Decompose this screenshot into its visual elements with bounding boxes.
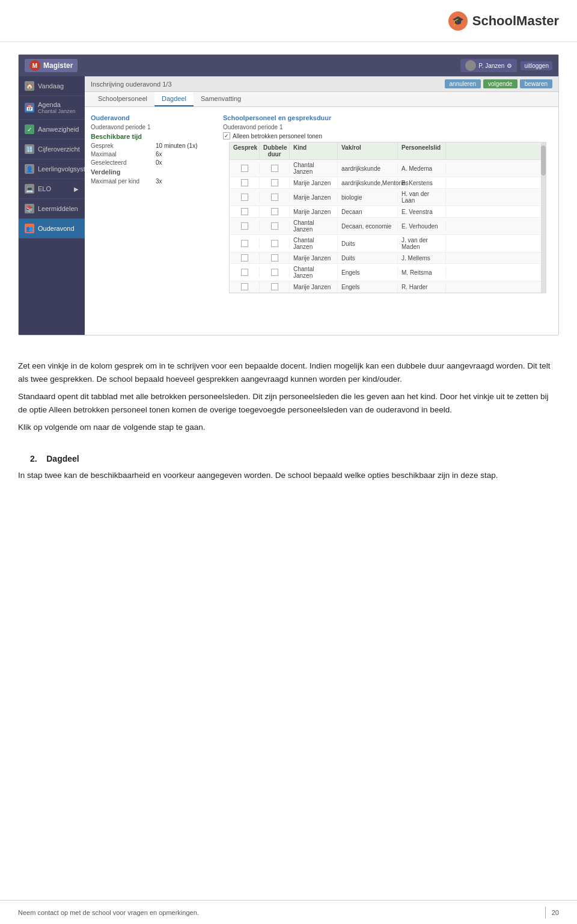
td-gesprek-7[interactable] xyxy=(230,252,260,263)
dubbel-checkbox-3[interactable] xyxy=(271,194,278,201)
sidebar-item-leerling[interactable]: 👤 Leerlingvolgsysteem xyxy=(19,159,85,179)
td-gesprek-5[interactable] xyxy=(230,221,260,231)
magister-topbar: M Magister P. Janzen ⚙ uitloggen xyxy=(19,55,558,76)
elo-icon: 💻 xyxy=(25,184,34,194)
td-gesprek-8[interactable] xyxy=(230,267,260,278)
annuleren-button[interactable]: annuleren xyxy=(445,79,481,88)
td-gesprek-4[interactable] xyxy=(230,206,260,217)
breadcrumb-text: Inschrijving ouderavond 1/3 xyxy=(91,81,172,88)
td-personeel-5: E. Verhouden xyxy=(398,221,446,231)
td-personeel-1: A. Medema xyxy=(398,164,446,174)
magister-main: 🏠 Vandaag 📅 Agenda Chantal Janzen ✓ Aanw… xyxy=(19,76,558,335)
check-icon: ✓ xyxy=(25,124,34,134)
dubbel-checkbox-2[interactable] xyxy=(271,179,278,186)
gesprek-checkbox-1[interactable] xyxy=(241,165,248,172)
user-avatar xyxy=(465,60,476,71)
table-row: Chantal Janzen Decaan, economie E. Verho… xyxy=(230,218,546,235)
scroll-thumb xyxy=(541,145,546,176)
max-per-kind-label: Maximaal per kind xyxy=(91,178,151,185)
magister-actions: P. Janzen ⚙ uitloggen xyxy=(460,59,552,72)
table-row: Marije Janzen Duits J. Mellems xyxy=(230,252,546,264)
period-right-row: Ouderavond periode 1 xyxy=(223,124,552,130)
max-per-kind-value: 3x xyxy=(156,178,162,185)
sidebar-label-leermiddelen: Leermiddelen xyxy=(38,205,78,212)
td-kind-4: Marije Janzen xyxy=(290,207,338,217)
dubbel-checkbox-9[interactable] xyxy=(271,283,278,290)
td-personeel-4: E. Veenstra xyxy=(398,207,446,217)
gesprek-value: 10 minuten (1x) xyxy=(156,142,197,149)
td-gesprek-9[interactable] xyxy=(230,281,260,292)
td-dubbel-9[interactable] xyxy=(260,281,290,292)
table-row: Marije Janzen Engels R. Harder xyxy=(230,281,546,293)
sidebar-item-vandaag[interactable]: 🏠 Vandaag xyxy=(19,76,85,96)
gesprek-checkbox-2[interactable] xyxy=(241,179,248,186)
gesprek-checkbox-4[interactable] xyxy=(241,208,248,215)
td-dubbel-6[interactable] xyxy=(260,238,290,249)
table-row: Chantal Janzen aardrijkskunde A. Medema xyxy=(230,160,546,177)
td-vak-7: Duits xyxy=(338,253,398,263)
magister-icon: M xyxy=(29,60,40,71)
volgende-button[interactable]: volgende xyxy=(483,79,517,88)
th-kind: Kind xyxy=(290,142,338,159)
gesprek-checkbox-9[interactable] xyxy=(241,283,248,290)
tab-dagdeel[interactable]: Dagdeel xyxy=(154,92,194,106)
td-vak-6: Duits xyxy=(338,239,398,249)
section2-label: Dagdeel xyxy=(46,454,79,464)
sidebar-item-elo[interactable]: 💻 ELO ▶ xyxy=(19,179,85,199)
dubbel-checkbox-5[interactable] xyxy=(271,222,278,230)
td-kind-8: Chantal Janzen xyxy=(290,264,338,281)
home-icon: 🏠 xyxy=(25,81,34,91)
sidebar-item-aanwezigheid[interactable]: ✓ Aanwezigheid xyxy=(19,120,85,139)
bewaren-button[interactable]: bewaren xyxy=(520,79,552,88)
leerling-icon: 👤 xyxy=(25,164,34,174)
td-vak-3: biologie xyxy=(338,192,398,203)
td-gesprek-1[interactable] xyxy=(230,163,260,174)
td-kind-3: Marije Janzen xyxy=(290,192,338,203)
gesprek-checkbox-3[interactable] xyxy=(241,194,248,201)
sidebar-item-agenda[interactable]: 📅 Agenda Chantal Janzen xyxy=(19,96,85,120)
sidebar-item-leermiddelen[interactable]: 📚 Leermiddelen xyxy=(19,199,85,219)
td-vak-1: aardrijkskunde xyxy=(338,164,398,174)
cijfer-icon: 🔢 xyxy=(25,144,34,154)
td-dubbel-3[interactable] xyxy=(260,192,290,203)
checkbox-row: Alleen betrokken personeel tonen xyxy=(223,132,552,139)
sidebar-item-ouderavond[interactable]: 👥 Ouderavond xyxy=(19,219,85,239)
gesprek-checkbox-8[interactable] xyxy=(241,269,248,276)
td-dubbel-4[interactable] xyxy=(260,206,290,217)
gear-icon[interactable]: ⚙ xyxy=(507,63,512,69)
gesprek-checkbox-5[interactable] xyxy=(241,222,248,230)
sidebar-label-elo: ELO xyxy=(38,185,51,192)
footer-page: 20 xyxy=(545,907,559,919)
tab-samenvatting[interactable]: Samenvatting xyxy=(194,92,248,106)
dubbel-checkbox-6[interactable] xyxy=(271,240,278,247)
dubbel-checkbox-8[interactable] xyxy=(271,269,278,276)
td-gesprek-6[interactable] xyxy=(230,238,260,249)
td-gesprek-2[interactable] xyxy=(230,177,260,188)
period-label: Ouderavond periode 1 xyxy=(91,124,151,130)
table-header: Gesprek Dubbele duur Kind Vak/rol Person… xyxy=(230,142,546,160)
td-dubbel-7[interactable] xyxy=(260,252,290,263)
scrollbar[interactable] xyxy=(541,142,546,293)
tab-schoolpersoneel[interactable]: Schoolpersoneel xyxy=(91,92,154,106)
td-vak-4: Decaan xyxy=(338,207,398,217)
period-right-label: Ouderavond periode 1 xyxy=(223,124,283,130)
td-dubbel-2[interactable] xyxy=(260,177,290,188)
td-dubbel-8[interactable] xyxy=(260,267,290,278)
gesprek-checkbox-6[interactable] xyxy=(241,240,248,247)
sidebar-item-cijfers[interactable]: 🔢 Cijferoverzicht xyxy=(19,139,85,159)
dubbel-checkbox-4[interactable] xyxy=(271,208,278,215)
td-dubbel-1[interactable] xyxy=(260,163,290,174)
page-header: 🎓 SchoolMaster xyxy=(0,0,577,42)
dubbel-checkbox-1[interactable] xyxy=(271,165,278,172)
td-kind-6: Chantal Janzen xyxy=(290,235,338,252)
gesprek-checkbox-7[interactable] xyxy=(241,254,248,262)
dubbel-checkbox-7[interactable] xyxy=(271,254,278,262)
logo-icon: 🎓 xyxy=(448,11,468,31)
td-gesprek-3[interactable] xyxy=(230,192,260,203)
uitloggen-button[interactable]: uitloggen xyxy=(521,61,552,70)
tab-bar: Schoolpersoneel Dagdeel Samenvatting xyxy=(85,92,558,107)
magister-user: P. Janzen ⚙ xyxy=(460,59,517,72)
calendar-icon: 📅 xyxy=(25,103,34,112)
td-dubbel-5[interactable] xyxy=(260,221,290,231)
betrokken-checkbox[interactable] xyxy=(223,132,230,139)
